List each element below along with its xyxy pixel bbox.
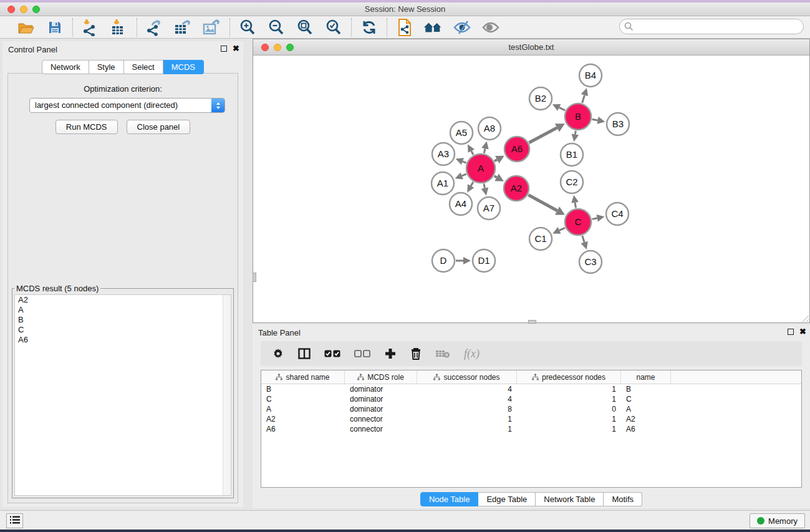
edge-B-B3[interactable] — [592, 119, 598, 120]
table-cell[interactable]: 4 — [417, 385, 517, 394]
import-network-icon[interactable] — [80, 19, 100, 36]
hide-graphics-details-icon[interactable] — [452, 19, 472, 36]
mcds-result-item[interactable]: A6 — [15, 335, 231, 345]
table-cell[interactable]: A2 — [621, 415, 671, 423]
edge-A-A6[interactable] — [494, 160, 497, 161]
table-cell[interactable]: dominator — [345, 385, 417, 394]
open-session-icon[interactable] — [16, 19, 36, 36]
memory-button[interactable]: Memory — [750, 513, 805, 528]
export-network-icon[interactable] — [145, 19, 165, 36]
edge-C-C1[interactable] — [559, 228, 565, 230]
tab-motifs[interactable]: Motifs — [604, 492, 642, 506]
edge-C-C4[interactable] — [592, 218, 597, 220]
table-cell[interactable]: connector — [345, 425, 417, 433]
tab-select[interactable]: Select — [124, 60, 163, 74]
edge-B-B4[interactable] — [582, 95, 585, 103]
table-cell[interactable]: dominator — [345, 405, 417, 414]
table-cell[interactable]: A6 — [621, 425, 671, 433]
node-attribute-table[interactable]: shared nameMCDS rolesuccessor nodesprede… — [261, 370, 802, 488]
mcds-list-scrollbar[interactable] — [223, 295, 231, 495]
float-panel-icon[interactable] — [221, 46, 227, 52]
table-cell[interactable]: C — [621, 395, 671, 404]
export-table-icon[interactable] — [173, 19, 193, 36]
split-column-icon[interactable] — [298, 348, 311, 359]
table-cell[interactable]: C — [261, 395, 345, 404]
edge-A-A3[interactable] — [463, 162, 466, 163]
zoom-in-icon[interactable] — [238, 19, 258, 36]
tab-network-table[interactable]: Network Table — [536, 492, 604, 506]
export-image-icon[interactable] — [202, 19, 222, 36]
tab-style[interactable]: Style — [89, 60, 124, 74]
edge-C-C2[interactable] — [575, 203, 576, 208]
table-cell[interactable]: A6 — [261, 425, 345, 433]
zoom-out-icon[interactable] — [266, 19, 286, 36]
select-all-checkboxes-icon[interactable] — [324, 350, 340, 357]
mcds-result-item[interactable]: B — [15, 315, 231, 325]
column-header-MCDS-role[interactable]: MCDS role — [345, 370, 417, 384]
table-cell[interactable]: 1 — [517, 415, 621, 423]
edge-B-B2[interactable] — [559, 107, 566, 110]
add-column-icon[interactable] — [384, 347, 397, 360]
deselect-checkboxes-icon[interactable] — [354, 350, 370, 357]
table-cell[interactable]: connector — [345, 415, 417, 423]
edge-A-A4[interactable] — [471, 182, 473, 186]
table-cell[interactable]: 8 — [417, 405, 517, 414]
edge-A-A7[interactable] — [484, 183, 485, 188]
optimization-criterion-select[interactable]: largest connected component (directed) — [29, 98, 225, 113]
edge-B-B1[interactable] — [575, 131, 576, 135]
table-row[interactable]: Cdominator41C — [261, 394, 801, 404]
network-document-icon[interactable] — [395, 19, 415, 36]
refresh-layout-icon[interactable] — [359, 19, 379, 36]
task-history-button[interactable] — [6, 513, 23, 528]
table-cell[interactable]: B — [261, 385, 345, 394]
edge-A-A2[interactable] — [494, 176, 497, 177]
delete-column-icon[interactable] — [410, 347, 422, 360]
close-panel-button[interactable]: Close panel — [127, 120, 191, 134]
tab-edge-table[interactable]: Edge Table — [478, 492, 536, 506]
mcds-result-item[interactable]: C — [15, 325, 231, 335]
network-horizontal-scrollbar[interactable] — [528, 320, 536, 324]
table-cell[interactable]: B — [621, 385, 671, 394]
edge-C-C3[interactable] — [582, 236, 584, 243]
close-table-panel-icon[interactable]: ✖ — [799, 328, 806, 336]
network-canvas[interactable]: B4B2BB3B1A5A8A6A3AA1C2A4A7A2C4CC1C3DD1 — [253, 56, 809, 322]
search-input[interactable] — [619, 19, 804, 34]
tab-mcds[interactable]: MCDS — [163, 60, 204, 74]
edge-A-A1[interactable] — [462, 174, 466, 176]
tab-network[interactable]: Network — [42, 60, 89, 74]
show-graphics-details-icon[interactable] — [481, 19, 501, 36]
table-cell[interactable]: 0 — [517, 405, 621, 414]
table-row[interactable]: A6connector11A6 — [261, 424, 801, 434]
table-cell[interactable]: 1 — [417, 415, 517, 423]
column-header-shared-name[interactable]: shared name — [261, 370, 345, 384]
save-session-icon[interactable] — [45, 19, 65, 36]
table-row[interactable]: A2connector11A2 — [261, 414, 801, 424]
column-header-predecessor-nodes[interactable]: predecessor nodes — [517, 370, 621, 384]
edge-A2-C[interactable] — [528, 195, 557, 211]
table-cell[interactable]: 1 — [517, 385, 621, 394]
session-titlebar[interactable]: Session: New Session — [0, 2, 810, 16]
mcds-result-item[interactable]: A — [15, 305, 231, 315]
mcds-result-item[interactable]: A2 — [15, 295, 231, 305]
zoom-fit-icon[interactable] — [295, 19, 315, 36]
zoom-selected-icon[interactable] — [324, 19, 344, 36]
mcds-result-list[interactable]: A2ABCA6 — [14, 294, 231, 496]
edge-A6-B[interactable] — [529, 128, 557, 143]
network-window-titlebar[interactable]: testGlobe.txt — [253, 39, 809, 56]
table-cell[interactable]: 1 — [517, 395, 621, 404]
table-row[interactable]: Adominator80A — [261, 404, 801, 414]
table-cell[interactable]: A2 — [261, 415, 345, 423]
run-mcds-button[interactable]: Run MCDS — [55, 120, 118, 134]
table-cell[interactable]: 1 — [517, 425, 621, 433]
import-table-icon[interactable] — [109, 19, 129, 36]
table-cell[interactable]: 4 — [417, 395, 517, 404]
float-table-panel-icon[interactable] — [788, 329, 794, 335]
close-panel-icon[interactable]: ✖ — [233, 45, 239, 52]
home-icon[interactable] — [423, 19, 443, 36]
network-vertical-scrollbar[interactable] — [253, 273, 256, 282]
settings-gear-icon[interactable] — [272, 347, 284, 360]
table-cell[interactable]: dominator — [345, 395, 417, 404]
table-cell[interactable]: A — [261, 405, 345, 414]
table-cell[interactable]: A — [621, 405, 671, 414]
column-header-successor-nodes[interactable]: successor nodes — [417, 370, 517, 384]
